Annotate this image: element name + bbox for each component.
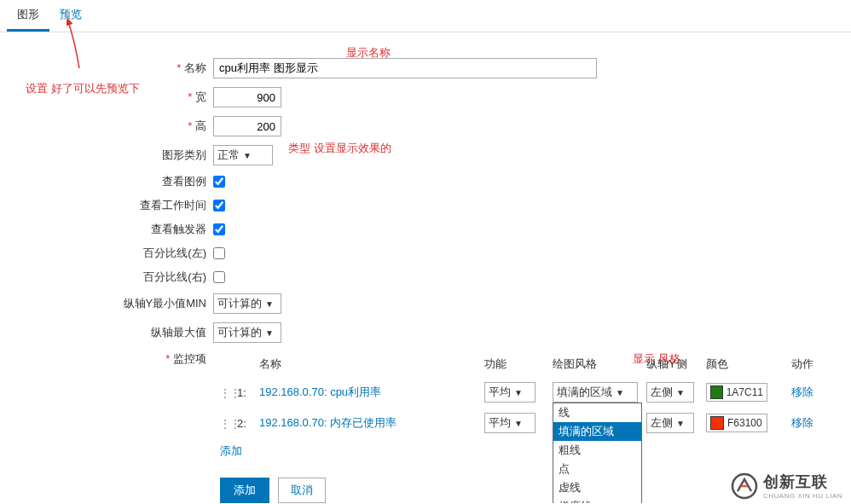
chevron-down-icon: ▼ xyxy=(265,328,274,338)
add-button[interactable]: 添加 xyxy=(220,478,269,503)
style-select[interactable]: 填满的区域▼ xyxy=(553,382,638,403)
dropdown-option[interactable]: 线 xyxy=(553,403,641,422)
dropdown-option[interactable]: 填满的区域 xyxy=(553,422,641,441)
chevron-down-icon: ▼ xyxy=(514,419,523,428)
percent-right-checkbox[interactable] xyxy=(213,271,225,283)
dropdown-option[interactable]: 梯度线 xyxy=(553,497,641,503)
height-input[interactable] xyxy=(213,116,281,136)
y-min-select[interactable]: 可计算的▼ xyxy=(213,293,281,314)
chevron-down-icon: ▼ xyxy=(616,388,624,397)
color-input[interactable]: 1A7C11 xyxy=(706,383,767,402)
y-max-select[interactable]: 可计算的▼ xyxy=(213,322,281,343)
chevron-down-icon: ▼ xyxy=(676,388,685,397)
chevron-down-icon: ▼ xyxy=(676,419,685,428)
graph-type-select[interactable]: 正常▼ xyxy=(213,145,273,165)
show-legend-checkbox[interactable] xyxy=(213,176,225,188)
row-index: 2: xyxy=(237,417,254,430)
add-item-link[interactable]: 添加 xyxy=(220,438,242,464)
func-select[interactable]: 平均▼ xyxy=(484,382,535,403)
item-link[interactable]: 192.168.0.70: cpu利用率 xyxy=(259,385,381,398)
watermark: 创新互联 CHUANG XIN HU LIAN xyxy=(731,472,842,500)
label-height: 高 xyxy=(195,119,206,132)
yaxis-select[interactable]: 左侧▼ xyxy=(646,382,694,403)
dropdown-option[interactable]: 点 xyxy=(553,460,641,478)
label-percent-right: 百分比线(右) xyxy=(143,270,206,283)
color-swatch xyxy=(710,385,723,399)
logo-icon xyxy=(731,472,758,500)
remove-link[interactable]: 移除 xyxy=(791,385,813,398)
show-trigger-checkbox[interactable] xyxy=(213,223,225,235)
yaxis-select[interactable]: 左侧▼ xyxy=(646,413,694,433)
row-index: 1: xyxy=(237,386,254,399)
label-show-worktime: 查看工作时间 xyxy=(140,199,206,211)
cancel-button[interactable]: 取消 xyxy=(278,478,326,503)
width-input[interactable] xyxy=(213,87,281,107)
label-graph-type: 图形类别 xyxy=(162,148,206,161)
style-dropdown: 线 填满的区域 粗线 点 虚线 梯度线 xyxy=(553,403,642,503)
label-monitor: 监控项 xyxy=(173,352,206,365)
chevron-down-icon: ▼ xyxy=(514,388,523,397)
label-name: 名称 xyxy=(184,61,206,74)
tab-graph[interactable]: 图形 xyxy=(7,0,49,32)
show-worktime-checkbox[interactable] xyxy=(213,200,225,211)
func-select[interactable]: 平均▼ xyxy=(484,413,535,433)
remove-link[interactable]: 移除 xyxy=(791,416,813,429)
dropdown-option[interactable]: 粗线 xyxy=(553,441,641,460)
color-input[interactable]: F63100 xyxy=(706,414,767,432)
label-y-max: 纵轴最大值 xyxy=(151,326,206,339)
color-swatch xyxy=(710,416,724,430)
label-percent-left: 百分比线(左) xyxy=(143,246,206,259)
table-header: 名称 功能 绘图风格 纵轴Y侧 颜色 动作 xyxy=(220,351,851,377)
item-link[interactable]: 192.168.0.70: 内存已使用率 xyxy=(259,416,397,429)
percent-left-checkbox[interactable] xyxy=(213,247,225,259)
chevron-down-icon: ▼ xyxy=(243,151,252,160)
label-show-legend: 查看图例 xyxy=(162,175,206,188)
chevron-down-icon: ▼ xyxy=(265,299,274,309)
name-input[interactable] xyxy=(213,58,597,78)
label-width: 宽 xyxy=(195,90,206,103)
table-row: ⋮⋮ 2: 192.168.0.70: 内存已使用率 平均▼ 左侧▼ F6310… xyxy=(220,408,851,438)
dropdown-option[interactable]: 虚线 xyxy=(553,478,641,497)
label-y-min: 纵轴Y最小值MIN xyxy=(124,297,207,310)
label-show-trigger: 查看触发器 xyxy=(151,223,206,235)
table-row: ⋮⋮ 1: 192.168.0.70: cpu利用率 平均▼ 填满的区域▼ 线 … xyxy=(220,377,851,408)
